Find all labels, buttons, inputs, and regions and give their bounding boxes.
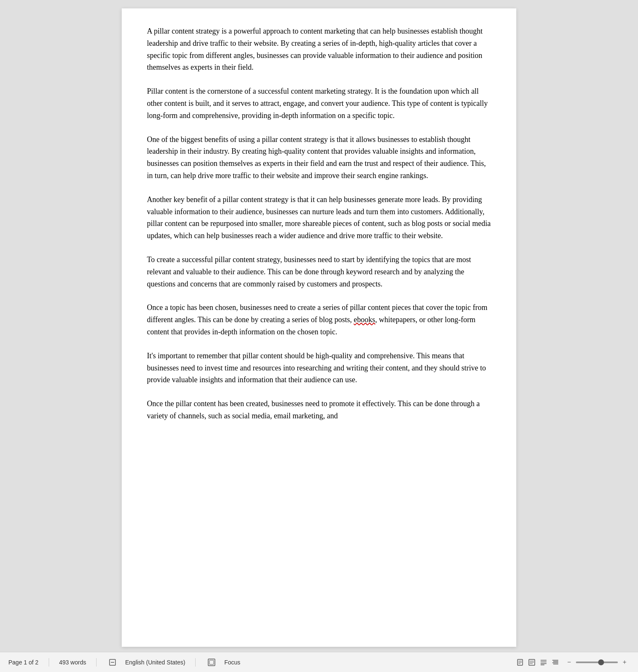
focus-icon[interactable]: [206, 656, 217, 668]
svg-rect-3: [209, 660, 214, 664]
focus-label: Focus: [224, 659, 240, 666]
paragraph-8: Once the pillar content has been created…: [147, 398, 491, 422]
status-bar-left: Page 1 of 2 493 words English (United St…: [8, 656, 515, 668]
paragraph-3: One of the biggest benefits of using a p…: [147, 134, 491, 182]
zoom-in-button[interactable]: +: [620, 657, 630, 667]
separator-1: [49, 658, 49, 667]
paragraph-2: Pillar content is the cornerstone of a s…: [147, 85, 491, 121]
document-area: A pillar content strategy is a powerful …: [0, 0, 638, 652]
separator-2: [96, 658, 97, 667]
zoom-controls: − +: [564, 657, 630, 667]
word-ebooks: ebooks: [354, 315, 375, 324]
paragraph-6: Once a topic has been chosen, businesses…: [147, 302, 491, 338]
zoom-out-button[interactable]: −: [564, 657, 574, 667]
paragraph-5: To create a successful pillar content st…: [147, 254, 491, 290]
zoom-slider[interactable]: [576, 662, 618, 663]
document-page: A pillar content strategy is a powerful …: [122, 8, 516, 647]
edit-icon[interactable]: [107, 656, 118, 668]
status-bar-right: − +: [515, 657, 630, 668]
paragraph-1: A pillar content strategy is a powerful …: [147, 25, 491, 74]
list-view-icon[interactable]: [538, 657, 549, 668]
page-view-icon[interactable]: [515, 657, 526, 668]
page-info: Page 1 of 2: [8, 659, 39, 666]
word-count: 493 words: [59, 659, 86, 666]
view-icons: [515, 657, 561, 668]
status-bar: Page 1 of 2 493 words English (United St…: [0, 652, 638, 672]
outline-view-icon[interactable]: [550, 657, 561, 668]
print-view-icon[interactable]: [526, 657, 537, 668]
language-label: English (United States): [125, 659, 185, 666]
svg-rect-2: [208, 659, 215, 666]
paragraph-4: Another key benefit of a pillar content …: [147, 194, 491, 242]
page-content: A pillar content strategy is a powerful …: [147, 25, 491, 422]
paragraph-7: It's important to remember that pillar c…: [147, 350, 491, 386]
zoom-slider-thumb: [598, 659, 604, 665]
separator-3: [195, 658, 196, 667]
zoom-slider-container: [576, 662, 618, 663]
